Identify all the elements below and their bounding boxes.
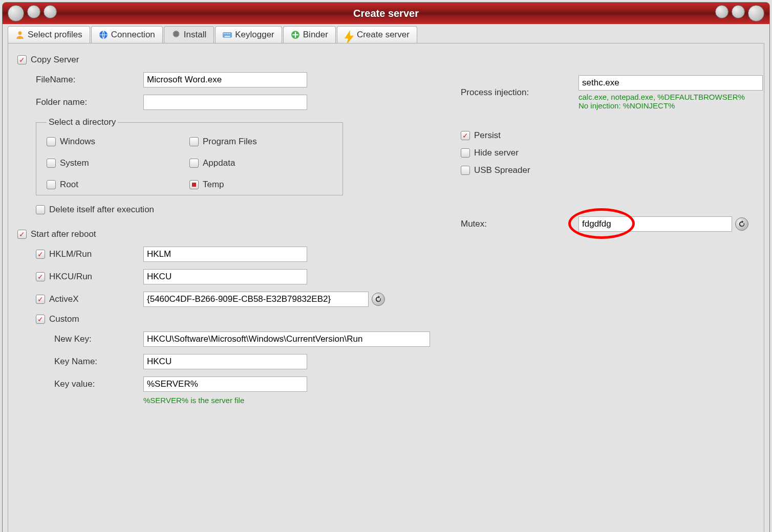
tab-create-server[interactable]: Create server (337, 26, 417, 43)
mutex-regen-button[interactable] (735, 217, 748, 231)
activex-regen-button[interactable] (372, 293, 385, 306)
tab-keylogger[interactable]: Keylogger (215, 26, 282, 43)
install-panel: Copy Server FileName: Folder name: Selec… (8, 43, 764, 532)
tab-label: Keylogger (235, 30, 274, 40)
usb-spreader-checkbox[interactable]: USB Spreader (461, 165, 530, 175)
directory-legend: Select a directory (47, 117, 118, 127)
copy-server-checkbox[interactable]: Copy Server (17, 55, 79, 65)
mutex-input[interactable] (578, 216, 732, 232)
checkbox-icon (47, 137, 56, 146)
checkbox-icon (47, 180, 56, 189)
dir-temp-checkbox[interactable]: Temp (189, 180, 332, 190)
tab-binder[interactable]: Binder (283, 26, 336, 43)
hkcu-run-checkbox[interactable]: HKCU/Run (36, 272, 143, 282)
globe-icon (99, 30, 108, 39)
filename-input[interactable] (143, 72, 307, 87)
start-after-reboot-checkbox[interactable]: Start after reboot (17, 229, 96, 239)
process-injection-hint-2: No injection: %NOINJECT% (578, 101, 763, 110)
hklm-run-checkbox[interactable]: HKLM/Run (36, 249, 143, 259)
directory-fieldset: Select a directory Windows Program Files… (36, 117, 343, 195)
copy-server-label: Copy Server (31, 55, 79, 65)
keyvalue-input[interactable] (143, 376, 307, 392)
tab-install[interactable]: Install (164, 26, 214, 43)
bolt-icon (345, 30, 354, 39)
checkbox-icon (189, 159, 199, 168)
dir-system-checkbox[interactable]: System (47, 158, 189, 168)
tab-label: Binder (303, 30, 328, 40)
checkbox-icon (461, 131, 470, 140)
tab-connection[interactable]: Connection (91, 26, 163, 43)
tabs: Select profiles Connection Install Keylo… (3, 24, 769, 43)
process-injection-label: Process injection: (461, 87, 578, 98)
newkey-label: New Key: (54, 334, 143, 344)
checkbox-icon (36, 250, 45, 259)
keyvalue-hint: %SERVER% is the server file (143, 396, 244, 405)
titlebar: Create server (3, 3, 769, 24)
activex-checkbox[interactable]: ActiveX (36, 294, 143, 304)
window-controls-left (3, 5, 62, 21)
activex-input[interactable] (143, 292, 369, 307)
hklm-run-input[interactable] (143, 247, 307, 262)
keyvalue-label: Key value: (54, 379, 143, 389)
checkbox-icon (461, 166, 470, 175)
delete-self-checkbox[interactable]: Delete itself after execution (36, 205, 154, 215)
custom-checkbox[interactable]: Custom (36, 314, 143, 324)
foldername-input[interactable] (143, 95, 307, 110)
left-column: Copy Server FileName: Folder name: Selec… (17, 55, 430, 412)
process-injection-input[interactable] (578, 75, 763, 91)
right-column: Process injection: calc.exe, notepad.exe… (461, 55, 763, 412)
hide-server-checkbox[interactable]: Hide server (461, 148, 519, 158)
tab-label: Select profiles (28, 30, 82, 40)
window-control-max[interactable] (732, 5, 745, 18)
plus-icon (291, 30, 300, 39)
checkbox-icon (17, 230, 27, 239)
tab-select-profiles[interactable]: Select profiles (8, 26, 90, 43)
window-title: Create server (353, 8, 419, 19)
dir-programfiles-checkbox[interactable]: Program Files (189, 137, 332, 147)
user-icon (15, 30, 25, 39)
window-control-3[interactable] (44, 5, 57, 18)
window-control-2[interactable] (27, 5, 40, 18)
mutex-label: Mutex: (461, 219, 578, 229)
newkey-input[interactable] (143, 331, 430, 347)
dir-root-checkbox[interactable]: Root (47, 180, 189, 190)
persist-checkbox[interactable]: Persist (461, 130, 501, 141)
dir-appdata-checkbox[interactable]: Appdata (189, 158, 332, 168)
window-control-1[interactable] (8, 5, 24, 21)
window-controls-right (710, 5, 769, 21)
checkbox-icon (36, 315, 45, 324)
dir-windows-checkbox[interactable]: Windows (47, 137, 189, 147)
tab-label: Connection (111, 30, 155, 40)
checkbox-icon (36, 272, 45, 281)
window-control-close[interactable] (748, 5, 764, 21)
tab-label: Create server (357, 30, 410, 40)
checkbox-icon (36, 205, 45, 214)
foldername-label: Folder name: (36, 97, 143, 107)
keyname-label: Key Name: (54, 357, 143, 367)
gear-icon (171, 30, 181, 39)
keyboard-icon (223, 30, 232, 39)
checkbox-icon (461, 148, 470, 158)
checkbox-icon (189, 180, 199, 189)
keyname-input[interactable] (143, 354, 307, 369)
checkbox-icon (36, 295, 45, 304)
process-injection-hint-1: calc.exe, notepad.exe, %DEFAULTBROWSER% (578, 93, 763, 101)
tab-label: Install (184, 30, 206, 40)
hkcu-run-input[interactable] (143, 269, 307, 284)
checkbox-icon (189, 137, 199, 146)
window-control-min[interactable] (715, 5, 728, 18)
checkbox-icon (17, 55, 27, 64)
filename-label: FileName: (36, 75, 143, 85)
checkbox-icon (47, 159, 56, 168)
window: Create server Select profiles Connection… (2, 2, 770, 532)
